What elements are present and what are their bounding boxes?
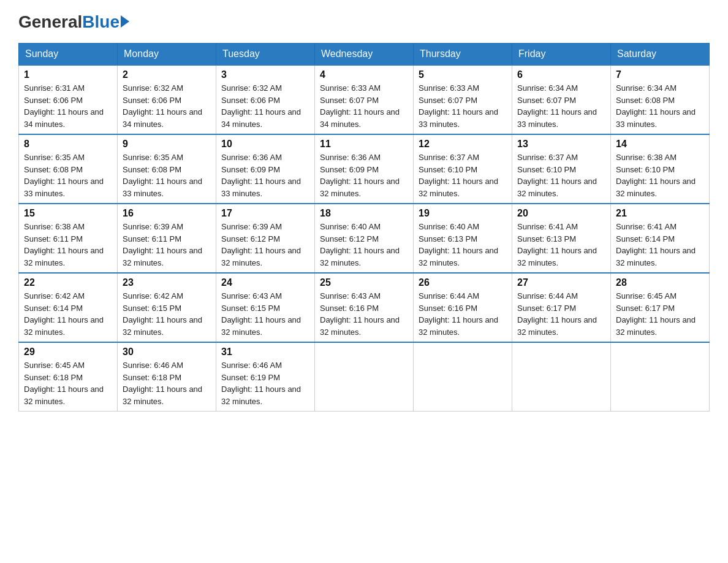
day-number: 7: [616, 69, 704, 80]
day-number: 5: [419, 69, 507, 80]
logo-triangle-icon: [121, 15, 129, 28]
page-header: General Blue: [18, 12, 710, 32]
day-info: Sunrise: 6:43 AMSunset: 6:15 PMDaylight:…: [221, 290, 309, 338]
day-number: 28: [616, 277, 704, 288]
day-number: 22: [24, 277, 112, 288]
day-number: 18: [320, 208, 408, 219]
day-info: Sunrise: 6:41 AMSunset: 6:13 PMDaylight:…: [517, 221, 605, 269]
day-number: 3: [221, 69, 309, 80]
calendar-cell: [611, 342, 710, 412]
calendar-cell: [315, 342, 414, 412]
calendar-table: SundayMondayTuesdayWednesdayThursdayFrid…: [18, 43, 710, 412]
day-number: 17: [221, 208, 309, 219]
day-info: Sunrise: 6:36 AMSunset: 6:09 PMDaylight:…: [221, 151, 309, 199]
day-info: Sunrise: 6:46 AMSunset: 6:18 PMDaylight:…: [123, 359, 211, 407]
day-number: 21: [616, 208, 704, 219]
day-info: Sunrise: 6:42 AMSunset: 6:14 PMDaylight:…: [24, 290, 112, 338]
column-header-wednesday: Wednesday: [315, 44, 414, 66]
calendar-cell: 3 Sunrise: 6:32 AMSunset: 6:06 PMDayligh…: [216, 65, 315, 134]
calendar-cell: 20 Sunrise: 6:41 AMSunset: 6:13 PMDaylig…: [512, 204, 611, 273]
calendar-cell: 10 Sunrise: 6:36 AMSunset: 6:09 PMDaylig…: [216, 134, 315, 204]
day-number: 20: [517, 208, 605, 219]
logo-blue-part: Blue: [82, 12, 129, 32]
day-info: Sunrise: 6:37 AMSunset: 6:10 PMDaylight:…: [419, 151, 507, 199]
calendar-cell: 12 Sunrise: 6:37 AMSunset: 6:10 PMDaylig…: [414, 134, 512, 204]
day-number: 16: [123, 208, 211, 219]
day-number: 8: [24, 139, 112, 150]
week-row-4: 22 Sunrise: 6:42 AMSunset: 6:14 PMDaylig…: [19, 273, 710, 342]
calendar-cell: 30 Sunrise: 6:46 AMSunset: 6:18 PMDaylig…: [118, 342, 216, 412]
day-info: Sunrise: 6:35 AMSunset: 6:08 PMDaylight:…: [123, 151, 211, 199]
calendar-cell: 25 Sunrise: 6:43 AMSunset: 6:16 PMDaylig…: [315, 273, 414, 342]
day-number: 9: [123, 139, 211, 150]
day-info: Sunrise: 6:41 AMSunset: 6:14 PMDaylight:…: [616, 221, 704, 269]
calendar-cell: 11 Sunrise: 6:36 AMSunset: 6:09 PMDaylig…: [315, 134, 414, 204]
calendar-cell: 9 Sunrise: 6:35 AMSunset: 6:08 PMDayligh…: [118, 134, 216, 204]
day-number: 11: [320, 139, 408, 150]
day-number: 24: [221, 277, 309, 288]
calendar-cell: 31 Sunrise: 6:46 AMSunset: 6:19 PMDaylig…: [216, 342, 315, 412]
day-number: 12: [419, 139, 507, 150]
day-number: 10: [221, 139, 309, 150]
calendar-cell: 16 Sunrise: 6:39 AMSunset: 6:11 PMDaylig…: [118, 204, 216, 273]
calendar-cell: 24 Sunrise: 6:43 AMSunset: 6:15 PMDaylig…: [216, 273, 315, 342]
calendar-cell: 14 Sunrise: 6:38 AMSunset: 6:10 PMDaylig…: [611, 134, 710, 204]
calendar-cell: 5 Sunrise: 6:33 AMSunset: 6:07 PMDayligh…: [414, 65, 512, 134]
column-header-saturday: Saturday: [611, 44, 710, 66]
column-header-friday: Friday: [512, 44, 611, 66]
day-info: Sunrise: 6:32 AMSunset: 6:06 PMDaylight:…: [221, 82, 309, 130]
day-info: Sunrise: 6:40 AMSunset: 6:13 PMDaylight:…: [419, 221, 507, 269]
calendar-cell: 19 Sunrise: 6:40 AMSunset: 6:13 PMDaylig…: [414, 204, 512, 273]
logo-general-text: General: [18, 12, 82, 32]
day-info: Sunrise: 6:45 AMSunset: 6:17 PMDaylight:…: [616, 290, 704, 338]
calendar-cell: 23 Sunrise: 6:42 AMSunset: 6:15 PMDaylig…: [118, 273, 216, 342]
day-info: Sunrise: 6:34 AMSunset: 6:08 PMDaylight:…: [616, 82, 704, 130]
day-info: Sunrise: 6:34 AMSunset: 6:07 PMDaylight:…: [517, 82, 605, 130]
calendar-cell: 13 Sunrise: 6:37 AMSunset: 6:10 PMDaylig…: [512, 134, 611, 204]
day-number: 4: [320, 69, 408, 80]
day-info: Sunrise: 6:38 AMSunset: 6:10 PMDaylight:…: [616, 151, 704, 199]
day-info: Sunrise: 6:39 AMSunset: 6:12 PMDaylight:…: [221, 221, 309, 269]
day-info: Sunrise: 6:42 AMSunset: 6:15 PMDaylight:…: [123, 290, 211, 338]
day-number: 23: [123, 277, 211, 288]
day-info: Sunrise: 6:33 AMSunset: 6:07 PMDaylight:…: [419, 82, 507, 130]
day-number: 15: [24, 208, 112, 219]
column-header-tuesday: Tuesday: [216, 44, 315, 66]
day-info: Sunrise: 6:46 AMSunset: 6:19 PMDaylight:…: [221, 359, 309, 407]
day-info: Sunrise: 6:36 AMSunset: 6:09 PMDaylight:…: [320, 151, 408, 199]
day-info: Sunrise: 6:40 AMSunset: 6:12 PMDaylight:…: [320, 221, 408, 269]
day-info: Sunrise: 6:31 AMSunset: 6:06 PMDaylight:…: [24, 82, 112, 130]
column-header-sunday: Sunday: [19, 44, 118, 66]
day-number: 19: [419, 208, 507, 219]
day-number: 31: [221, 347, 309, 358]
day-info: Sunrise: 6:44 AMSunset: 6:16 PMDaylight:…: [419, 290, 507, 338]
calendar-cell: 4 Sunrise: 6:33 AMSunset: 6:07 PMDayligh…: [315, 65, 414, 134]
day-info: Sunrise: 6:45 AMSunset: 6:18 PMDaylight:…: [24, 359, 112, 407]
week-row-2: 8 Sunrise: 6:35 AMSunset: 6:08 PMDayligh…: [19, 134, 710, 204]
calendar-cell: 2 Sunrise: 6:32 AMSunset: 6:06 PMDayligh…: [118, 65, 216, 134]
day-info: Sunrise: 6:33 AMSunset: 6:07 PMDaylight:…: [320, 82, 408, 130]
header-row: SundayMondayTuesdayWednesdayThursdayFrid…: [19, 44, 710, 66]
day-number: 13: [517, 139, 605, 150]
day-number: 25: [320, 277, 408, 288]
day-number: 27: [517, 277, 605, 288]
calendar-cell: 6 Sunrise: 6:34 AMSunset: 6:07 PMDayligh…: [512, 65, 611, 134]
calendar-cell: 7 Sunrise: 6:34 AMSunset: 6:08 PMDayligh…: [611, 65, 710, 134]
day-info: Sunrise: 6:44 AMSunset: 6:17 PMDaylight:…: [517, 290, 605, 338]
calendar-cell: 22 Sunrise: 6:42 AMSunset: 6:14 PMDaylig…: [19, 273, 118, 342]
column-header-thursday: Thursday: [414, 44, 512, 66]
week-row-5: 29 Sunrise: 6:45 AMSunset: 6:18 PMDaylig…: [19, 342, 710, 412]
calendar-cell: 18 Sunrise: 6:40 AMSunset: 6:12 PMDaylig…: [315, 204, 414, 273]
calendar-cell: 15 Sunrise: 6:38 AMSunset: 6:11 PMDaylig…: [19, 204, 118, 273]
day-number: 26: [419, 277, 507, 288]
day-number: 1: [24, 69, 112, 80]
calendar-cell: 27 Sunrise: 6:44 AMSunset: 6:17 PMDaylig…: [512, 273, 611, 342]
day-info: Sunrise: 6:35 AMSunset: 6:08 PMDaylight:…: [24, 151, 112, 199]
calendar-cell: 28 Sunrise: 6:45 AMSunset: 6:17 PMDaylig…: [611, 273, 710, 342]
week-row-1: 1 Sunrise: 6:31 AMSunset: 6:06 PMDayligh…: [19, 65, 710, 134]
day-number: 2: [123, 69, 211, 80]
calendar-cell: 29 Sunrise: 6:45 AMSunset: 6:18 PMDaylig…: [19, 342, 118, 412]
calendar-cell: 17 Sunrise: 6:39 AMSunset: 6:12 PMDaylig…: [216, 204, 315, 273]
calendar-cell: 8 Sunrise: 6:35 AMSunset: 6:08 PMDayligh…: [19, 134, 118, 204]
day-number: 6: [517, 69, 605, 80]
